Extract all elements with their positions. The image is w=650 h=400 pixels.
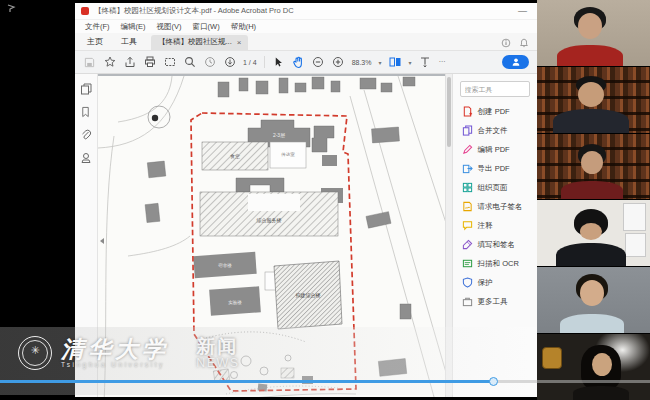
tool-create-pdf[interactable]: 创建 PDF	[453, 102, 537, 121]
zoom-out-icon[interactable]	[312, 56, 325, 69]
attachments-icon[interactable]	[80, 129, 92, 141]
page-indicator[interactable]: 1 / 4	[243, 59, 257, 66]
scan-ocr-icon	[462, 258, 473, 269]
tool-organize-pages[interactable]: 组织页面	[453, 178, 537, 197]
news-label-cn: 新闻	[196, 337, 240, 356]
zoom-caret-icon[interactable]: ▾	[378, 59, 381, 66]
menu-file[interactable]: 文件(F)	[85, 22, 110, 32]
svg-text:2-3层: 2-3层	[273, 132, 285, 138]
participant-video-1[interactable]	[537, 0, 650, 67]
zoom-level-value[interactable]: 88.3%	[352, 59, 372, 66]
minimize-button[interactable]: —	[514, 6, 531, 16]
svg-text:食堂: 食堂	[230, 153, 240, 159]
tools-search-input[interactable]	[461, 86, 529, 93]
participant-video-5[interactable]	[537, 267, 650, 334]
svg-text:传达室: 传达室	[280, 152, 295, 157]
university-name-en: Tsinghua University	[61, 362, 169, 369]
zoom-in-icon[interactable]	[332, 56, 345, 69]
university-name-cn: 清华大学	[61, 337, 169, 360]
create-pdf-icon	[462, 106, 473, 117]
search-icon[interactable]	[183, 56, 196, 69]
combine-files-icon	[462, 125, 473, 136]
participant-video-2[interactable]	[537, 67, 650, 134]
fill-sign-icon	[462, 239, 473, 250]
panel-collapse-arrow-icon[interactable]	[100, 238, 104, 244]
star-favorites-icon[interactable]	[103, 56, 116, 69]
tool-comment[interactable]: 注释	[453, 216, 537, 235]
svg-text:实验楼: 实验楼	[228, 300, 242, 305]
tool-fill-sign[interactable]: 填写和签名	[453, 235, 537, 254]
page-down-icon[interactable]	[223, 56, 236, 69]
history-icon[interactable]	[203, 56, 216, 69]
fit-width-icon[interactable]	[389, 56, 402, 69]
tools-panel: 创建 PDF 合并文件 编辑 PDF 导出 PDF 组织页面	[452, 74, 537, 397]
sign-in-button[interactable]	[502, 55, 529, 69]
progress-played	[0, 380, 494, 383]
stamps-icon[interactable]	[80, 152, 92, 164]
more-tools-icon	[462, 296, 473, 307]
svg-text:拟建综合楼: 拟建综合楼	[295, 292, 320, 299]
window-title: 【终稿】校园社区规划设计文本.pdf - Adobe Acrobat Pro D…	[94, 6, 509, 16]
tool-export-pdf[interactable]: 导出 PDF	[453, 159, 537, 178]
video-frame: 【终稿】校园社区规划设计文本.pdf - Adobe Acrobat Pro D…	[0, 0, 650, 400]
participant-video-6[interactable]	[537, 334, 650, 400]
news-label-en: NEWS	[196, 357, 240, 370]
participant-video-3[interactable]	[537, 134, 650, 201]
print-icon[interactable]	[143, 56, 156, 69]
svg-text:宿舍楼: 宿舍楼	[218, 263, 232, 268]
save-icon[interactable]	[83, 56, 96, 69]
bell-icon[interactable]	[519, 38, 529, 48]
participant-video-column	[537, 0, 650, 400]
menu-help[interactable]: 帮助(H)	[231, 22, 256, 32]
tools-search-box[interactable]	[460, 81, 530, 97]
snapshot-icon[interactable]	[163, 56, 176, 69]
title-bar: 【终稿】校园社区规划设计文本.pdf - Adobe Acrobat Pro D…	[75, 3, 537, 20]
video-progress-bar[interactable]	[0, 380, 650, 383]
main-toolbar: 1 / 4 88.3% ▾ ▾ ⋯	[75, 51, 537, 74]
document-tab-label: 【终稿】校园社区规...	[158, 37, 232, 47]
participant-video-4[interactable]	[537, 200, 650, 267]
vertical-scrollbar[interactable]	[445, 74, 452, 397]
close-tab-icon[interactable]: ×	[237, 38, 242, 47]
scrollbar-thumb[interactable]	[447, 77, 451, 147]
tab-row: 主页 工具 【终稿】校园社区规... ×	[75, 33, 537, 51]
fit-caret-icon[interactable]: ▾	[409, 59, 412, 66]
edit-pdf-icon	[462, 144, 473, 155]
tool-request-signature[interactable]: 请求电子签名	[453, 197, 537, 216]
tool-combine-files[interactable]: 合并文件	[453, 121, 537, 140]
tab-home[interactable]: 主页	[83, 34, 107, 50]
text-select-icon[interactable]	[419, 56, 432, 69]
export-pdf-icon	[462, 163, 473, 174]
info-icon[interactable]	[501, 38, 511, 48]
page-thumbnails-icon[interactable]	[80, 83, 92, 95]
hand-tool-icon[interactable]	[292, 56, 305, 69]
roundabout-dot	[152, 115, 158, 121]
menu-view[interactable]: 视图(V)	[157, 22, 182, 32]
tsinghua-seal-logo	[18, 336, 52, 370]
tsinghua-news-watermark: 清华大学 Tsinghua University | 新闻 NEWS	[18, 336, 240, 370]
menu-window[interactable]: 窗口(W)	[193, 22, 220, 32]
watermark-divider: |	[180, 342, 185, 365]
request-signature-icon	[462, 201, 473, 212]
cursor-flag-icon	[7, 4, 16, 13]
menu-edit[interactable]: 编辑(E)	[121, 22, 146, 32]
svg-text:综合服务楼: 综合服务楼	[256, 217, 281, 224]
tab-tools[interactable]: 工具	[117, 34, 141, 50]
bookmarks-icon[interactable]	[80, 106, 91, 118]
person-icon	[511, 57, 521, 67]
progress-handle[interactable]	[489, 377, 498, 386]
share-icon[interactable]	[123, 56, 136, 69]
protect-icon	[462, 277, 473, 288]
select-tool-icon[interactable]	[272, 56, 285, 69]
more-tools-ellipsis[interactable]: ⋯	[439, 58, 446, 66]
menu-bar: 文件(F) 编辑(E) 视图(V) 窗口(W) 帮助(H)	[75, 20, 537, 33]
tool-more-tools[interactable]: 更多工具	[453, 292, 537, 311]
tab-document[interactable]: 【终稿】校园社区规... ×	[151, 35, 248, 50]
tool-protect[interactable]: 保护	[453, 273, 537, 292]
acrobat-app-icon	[81, 7, 89, 15]
comment-icon	[462, 220, 473, 231]
tool-scan-ocr[interactable]: 扫描和 OCR	[453, 254, 537, 273]
tool-edit-pdf[interactable]: 编辑 PDF	[453, 140, 537, 159]
organize-pages-icon	[462, 182, 473, 193]
